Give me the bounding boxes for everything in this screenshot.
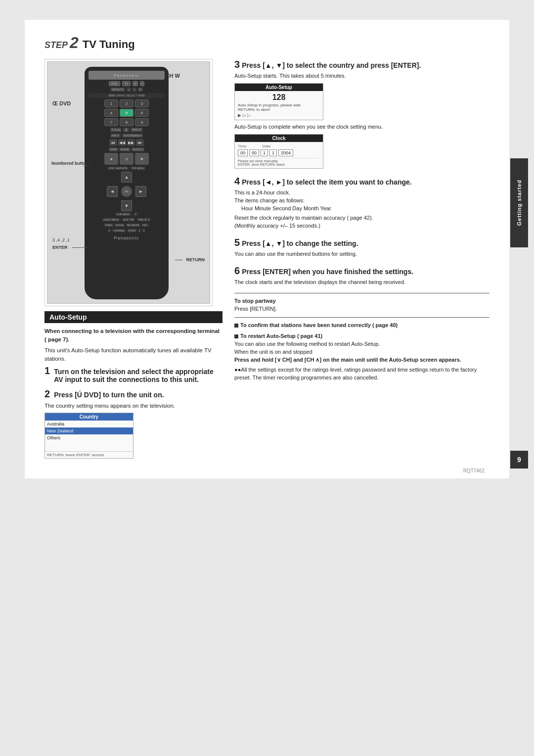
auto-setup-screen: Auto-Setup 128 Auto-Setup in progress, p…: [234, 83, 323, 120]
step1-title: Turn on the television and select the ap…: [54, 368, 222, 383]
dvd-label: Œ DVD: [52, 100, 71, 106]
restart-body4: ●●All the settings except for the rating…: [234, 366, 490, 382]
step-heading: STEP 2 TV Tuning: [44, 35, 490, 51]
step4-number: 4: [234, 176, 240, 187]
auto-setup-heading: Auto-Setup: [44, 311, 222, 323]
restart-section: To restart Auto-Setup ( page 41) You can…: [234, 332, 490, 382]
main-page: Getting started 9 STEP 2 TV Tuning X CH …: [25, 20, 509, 478]
step4-title: Press [◄, ►] to select the item you want…: [242, 178, 412, 186]
restart-section-title: To restart Auto-Setup ( page 41): [234, 332, 490, 340]
step5-title: Press [▲, ▼] to change the setting.: [242, 239, 358, 247]
restart-body1: You can also use the following method to…: [234, 340, 490, 348]
step2-item: 2 Press [Ú DVD] to turn the unit on. The…: [44, 388, 222, 459]
page-number-box: 9: [510, 451, 528, 469]
country-screen-footer: RETURN: leave ENTER: access: [45, 451, 133, 458]
step3-number: 3: [234, 59, 240, 70]
stop-partway-content: To stop partway Press [RETURN].: [234, 297, 490, 313]
step1-item: 1 Turn on the television and select the …: [44, 365, 222, 383]
step3: 3 Press [▲, ▼] to select the country and…: [234, 59, 490, 169]
country-screen-title: Country: [45, 413, 133, 421]
step3-body2: Auto-Setup is complete when you see the …: [234, 123, 490, 131]
stop-partway: To stop partway Press [RETURN].: [234, 297, 490, 313]
step-number: 2: [70, 35, 79, 50]
page-number: 9: [517, 456, 521, 464]
restart-body3: Press and hold [∨ CH] and [CH ∧] on the …: [234, 356, 490, 364]
country-option-newzealand[interactable]: New Zealand: [45, 427, 133, 434]
enter-annotation: ENTER: [52, 245, 68, 250]
step-word: STEP: [44, 40, 68, 50]
step6: 6 Press [ENTER] when you have finished t…: [234, 265, 490, 286]
clock-screen: Clock Time Date 00 00 1 1 2004: [234, 134, 323, 169]
auto-setup-screen-number: 128 Auto-Setup in progress, please wait.…: [235, 91, 323, 120]
step3-title: Press [▲, ▼] to select the country and p…: [242, 61, 421, 69]
confirm-section: To confirm that stations have been tuned…: [234, 322, 490, 330]
numbered-buttons-line: [84, 166, 89, 166]
step2-title: Press [Ú DVD] to turn the unit on.: [54, 391, 164, 399]
step2-body: The country setting menu appears on the …: [44, 402, 222, 410]
side-tab-label: Getting started: [516, 180, 522, 226]
step1-number: 1: [44, 365, 50, 377]
restart-bullet: [234, 334, 238, 338]
step4-body3: Reset the clock regularly to maintain ac…: [234, 214, 490, 230]
right-column: 3 Press [▲, ▼] to select the country and…: [234, 59, 490, 464]
country-screen: Country Australia New Zealand Others RET…: [44, 413, 134, 459]
content-columns: X CH W Œ DVD Panasonic DVD TV: [44, 59, 490, 464]
enter-line: [72, 247, 87, 248]
clock-screen-body: Time Date 00 00 1 1 2004 Please set cloc…: [235, 142, 323, 168]
step4: 4 Press [◄, ►] to select the item you wa…: [234, 176, 490, 230]
step6-title: Press [ENTER] when you have finished the…: [242, 268, 413, 276]
side-tab: Getting started: [510, 158, 528, 247]
auto-setup-body: When connecting to a television with the…: [44, 327, 222, 363]
step4-body2: The items change as follows:: [234, 197, 490, 205]
step6-number: 6: [234, 265, 240, 277]
connecting-bold: When connecting to a television with the…: [44, 328, 220, 342]
remote-brand-label: Panasonic: [89, 236, 165, 240]
step4-body1: This is a 24-hour clock.: [234, 189, 490, 197]
return-annotation: RETURN: [186, 257, 205, 262]
confirm-bullet: [234, 324, 238, 328]
remote-image-container: X CH W Œ DVD Panasonic DVD TV: [44, 59, 213, 306]
step-title: TV Tuning: [83, 38, 135, 51]
clock-screen-title: Clock: [235, 135, 323, 142]
step6-body: The clock starts and the television disp…: [234, 279, 490, 286]
clock-screen-note: Please set clock manually.ENTER: store R…: [238, 158, 320, 166]
divider: [234, 293, 490, 293]
rqt-code: RQT7462: [463, 468, 485, 473]
numbers-annotation: 3 ,4 ,2 ,1: [52, 237, 70, 242]
auto-setup-screen-title: Auto-Setup: [235, 84, 323, 91]
restart-body2: When the unit is on and stopped: [234, 348, 490, 356]
confirm-section-title: To confirm that stations have been tuned…: [234, 322, 490, 330]
country-option-others[interactable]: Others: [45, 434, 133, 441]
country-option-australia[interactable]: Australia: [45, 421, 133, 427]
step5-body: You can also use the numbered buttons fo…: [234, 250, 490, 258]
step2-number: 2: [44, 388, 50, 400]
step3-body1: Auto-Setup starts. This takes about 5 mi…: [234, 72, 490, 80]
step5-number: 5: [234, 237, 240, 248]
connecting-body: This unit's Auto-Setup function automati…: [44, 346, 222, 364]
divider2: [234, 317, 490, 318]
left-column: X CH W Œ DVD Panasonic DVD TV: [44, 59, 222, 464]
step5: 5 Press [▲, ▼] to change the setting. Yo…: [234, 237, 490, 258]
step4-table: Hour Minute Second Day Month Year: [241, 205, 490, 213]
return-line: [175, 260, 182, 260]
